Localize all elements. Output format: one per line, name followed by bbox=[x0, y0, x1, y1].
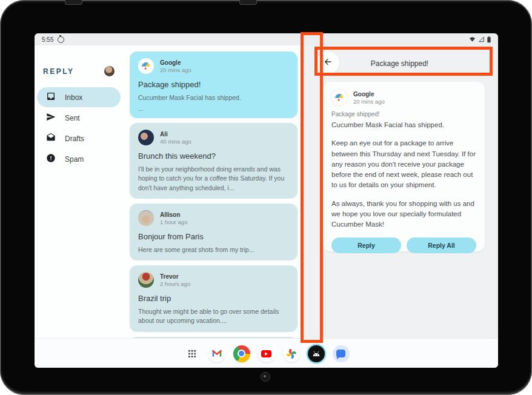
volume-button bbox=[239, 0, 257, 5]
chrome-icon[interactable] bbox=[233, 345, 250, 362]
sender-avatar bbox=[138, 272, 154, 288]
emulator-window: 5:55 REPLY bbox=[0, 0, 532, 395]
app-content: REPLY Inbox bbox=[35, 45, 498, 338]
sidebar-item-drafts[interactable]: Drafts bbox=[37, 128, 121, 148]
email-sender: Allison bbox=[160, 211, 187, 219]
power-button bbox=[65, 0, 82, 5]
reply-all-button[interactable]: Reply All bbox=[407, 237, 476, 253]
sidebar-item-inbox[interactable]: Inbox bbox=[37, 87, 121, 107]
spam-icon bbox=[46, 153, 56, 165]
body-paragraph: As always, thank you for shopping with u… bbox=[331, 199, 476, 230]
email-subject: Bonjour from Paris bbox=[138, 232, 289, 241]
account-avatar[interactable] bbox=[104, 66, 115, 76]
google-photos-icon[interactable] bbox=[283, 345, 300, 362]
gmail-icon[interactable] bbox=[208, 345, 225, 362]
email-time: 2 hours ago bbox=[160, 280, 190, 287]
front-camera bbox=[261, 372, 270, 382]
email-preview: Cucumber Mask Facial has shipped. bbox=[138, 93, 289, 102]
app-title: REPLY bbox=[43, 67, 74, 76]
sidebar: REPLY Inbox bbox=[35, 45, 124, 338]
body-paragraph: Cucumber Mask Facial has shipped. bbox=[331, 120, 476, 130]
detail-time: 20 mins ago bbox=[353, 98, 385, 105]
google-umbrella-avatar bbox=[331, 90, 347, 105]
email-subject: Package shipped! bbox=[138, 80, 289, 89]
email-subject: Brazil trip bbox=[138, 294, 289, 303]
reply-button[interactable]: Reply bbox=[331, 237, 401, 253]
email-preview: Here are some great shots from my trip..… bbox=[138, 245, 289, 254]
annotation-detail-appbar-highlight bbox=[314, 47, 493, 76]
body-paragraph: Keep an eye out for a package to arrive … bbox=[331, 138, 476, 190]
detail-body: Cucumber Mask Facial has shipped. Keep a… bbox=[331, 118, 476, 237]
email-card-ali[interactable]: Ali 40 mins ago Brunch this weekend? I'l… bbox=[130, 123, 298, 199]
email-card-google[interactable]: Google 20 mins ago Package shipped! Cucu… bbox=[130, 51, 298, 118]
clock-text: 5:55 bbox=[42, 36, 53, 43]
email-sender: Google bbox=[160, 59, 191, 67]
sidebar-item-label: Spam bbox=[65, 155, 84, 164]
sidebar-nav: Inbox Sent Drafts bbox=[35, 87, 124, 170]
detail-sender: Google bbox=[353, 90, 385, 98]
email-subject: Brunch this weekend? bbox=[138, 151, 289, 161]
email-sender: Ali bbox=[160, 130, 191, 138]
send-icon bbox=[46, 112, 56, 124]
email-card-trevor[interactable]: Trevor 2 hours ago Brazil trip Thought w… bbox=[130, 265, 298, 331]
inbox-icon bbox=[46, 91, 56, 103]
drafts-icon bbox=[46, 133, 56, 144]
status-bar: 5:55 bbox=[35, 33, 498, 45]
detail-subject-label: Package shipped! bbox=[331, 111, 476, 118]
app-grid-icon[interactable] bbox=[184, 345, 201, 362]
sidebar-item-label: Inbox bbox=[65, 93, 82, 102]
email-preview: I'll be in your neighborhood doing erran… bbox=[138, 165, 289, 193]
email-list: Google 20 mins ago Package shipped! Cucu… bbox=[124, 45, 301, 338]
sidebar-item-spam[interactable]: Spam bbox=[37, 149, 121, 169]
sidebar-item-sent[interactable]: Sent bbox=[37, 108, 121, 128]
email-card-allison[interactable]: Allison 1 hour ago Bonjour from Paris He… bbox=[130, 204, 298, 261]
email-detail-pane: Package shipped! bbox=[301, 45, 498, 338]
watch-icon bbox=[58, 36, 64, 43]
youtube-icon[interactable] bbox=[258, 345, 275, 362]
signal-icon bbox=[478, 36, 485, 42]
annotation-vertical-divider-highlight bbox=[301, 32, 323, 343]
wifi-icon bbox=[469, 36, 476, 42]
sender-avatar bbox=[138, 130, 154, 145]
battery-icon bbox=[487, 36, 491, 43]
mail-list-pane: REPLY Inbox bbox=[35, 45, 301, 338]
messages-icon[interactable] bbox=[333, 345, 350, 362]
sender-avatar bbox=[138, 210, 154, 226]
email-detail-card: Google 20 mins ago Package shipped! Cucu… bbox=[323, 82, 485, 251]
taskbar bbox=[35, 338, 498, 368]
email-time: 20 mins ago bbox=[160, 67, 191, 73]
sidebar-item-label: Drafts bbox=[65, 134, 84, 143]
google-umbrella-avatar bbox=[138, 58, 154, 74]
device-screen: 5:55 REPLY bbox=[35, 33, 498, 368]
email-preview-more: ... bbox=[138, 105, 289, 112]
email-time: 1 hour ago bbox=[160, 219, 187, 225]
email-sender: Trevor bbox=[160, 273, 190, 280]
sidebar-item-label: Sent bbox=[65, 114, 80, 122]
email-time: 40 mins ago bbox=[160, 138, 191, 145]
email-preview: Thought we might be able to go over some… bbox=[138, 307, 289, 325]
android-emulator-icon[interactable] bbox=[308, 345, 325, 362]
